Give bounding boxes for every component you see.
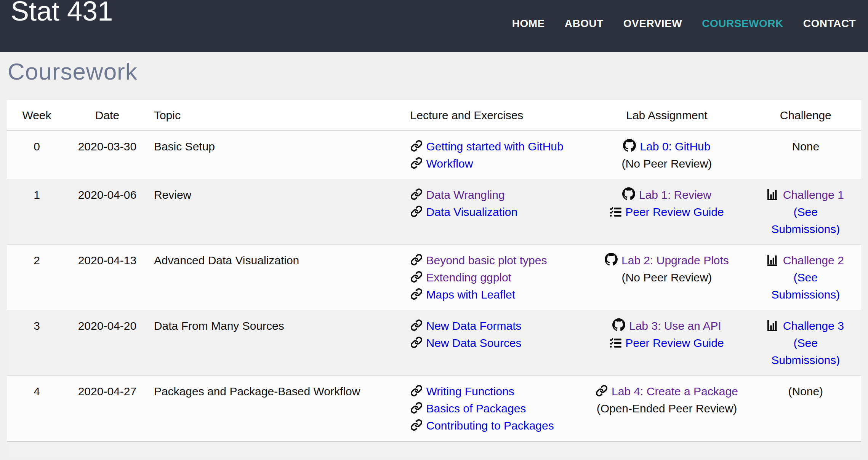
col-header-challenge: Challenge <box>750 100 861 131</box>
bar-chart-icon <box>767 319 779 331</box>
challenge-cell: Challenge 3(See Submissions) <box>750 310 861 376</box>
cell-text <box>7 442 861 458</box>
cell-link[interactable]: Getting started with GitHub <box>426 140 564 153</box>
cell-link[interactable]: Contributing to Packages <box>426 419 554 432</box>
nav-link-about[interactable]: ABOUT <box>565 18 604 30</box>
cell-line: Lab 1: Review <box>589 186 744 203</box>
link-icon <box>410 205 423 217</box>
coursework-table: Week Date Topic Lecture and Exercises La… <box>7 100 861 458</box>
cell-link[interactable]: Data Visualization <box>426 206 518 218</box>
cell-line: Lab 2: Upgrade Plots <box>589 252 744 269</box>
cell-text: None <box>792 140 819 153</box>
table-row: 12020-04-06ReviewData WranglingData Visu… <box>7 179 861 245</box>
cell-text: (No Peer Review) <box>622 157 712 170</box>
nav-link-home[interactable]: HOME <box>512 18 545 30</box>
table-row: 42020-04-27Packages and Package-Based Wo… <box>7 376 861 442</box>
cell-link[interactable]: Workflow <box>426 157 473 170</box>
nav-link-coursework[interactable]: COURSEWORK <box>702 18 783 30</box>
cell-line: New Data Formats <box>410 317 578 334</box>
cell-link[interactable]: Challenge 1 <box>783 188 844 201</box>
col-header-week: Week <box>7 100 67 131</box>
cell-link[interactable]: Lab 3: Use an API <box>629 319 721 332</box>
cell-line: Writing Functions <box>410 383 578 400</box>
cell-link[interactable]: Beyond basic plot types <box>426 254 547 267</box>
week-cell: 3 <box>7 310 67 376</box>
date-cell: 2020-03-30 <box>67 131 148 179</box>
github-icon <box>623 139 636 152</box>
link-icon <box>410 157 423 169</box>
cell-link[interactable]: (See Submissions) <box>769 203 842 238</box>
lecture-cell: Writing FunctionsBasics of PackagesContr… <box>404 376 584 442</box>
cell-line: Basics of Packages <box>410 400 578 417</box>
github-icon <box>622 187 635 200</box>
link-icon <box>410 319 423 331</box>
col-header-lab: Lab Assignment <box>583 100 750 131</box>
cell-line: Data Visualization <box>410 203 578 220</box>
challenge-cell: Challenge 2(See Submissions) <box>750 245 861 310</box>
col-header-topic: Topic <box>148 100 404 131</box>
cell-line: Extending ggplot <box>410 269 578 286</box>
cell-link[interactable]: Peer Review Guide <box>625 337 724 349</box>
nav-link-contact[interactable]: CONTACT <box>803 18 856 30</box>
cell-link[interactable]: Basics of Packages <box>426 402 526 415</box>
link-icon <box>410 254 423 266</box>
bar-chart-icon <box>767 254 779 266</box>
date-cell: 2020-04-13 <box>67 245 148 310</box>
cell-link[interactable]: Lab 0: GitHub <box>640 140 710 153</box>
cell-link[interactable]: Lab 4: Create a Package <box>612 385 738 398</box>
cell-line: Getting started with GitHub <box>410 138 578 155</box>
cell-line: Lab 4: Create a Package <box>589 383 744 400</box>
checklist-icon <box>610 207 621 217</box>
lecture-cell: Getting started with GitHubWorkflow <box>404 131 584 179</box>
github-icon <box>612 318 625 331</box>
cell-link[interactable]: Challenge 3 <box>783 319 844 332</box>
cell-line: (No Peer Review) <box>589 269 744 286</box>
cell-line: (None) <box>756 383 855 400</box>
cell-link[interactable]: New Data Formats <box>426 319 522 332</box>
challenge-cell: (None) <box>750 376 861 442</box>
cell-line: Challenge 3 <box>756 317 855 334</box>
date-cell: 2020-04-27 <box>67 376 148 442</box>
cell-link[interactable]: (See Submissions) <box>769 334 842 369</box>
cell-line: Contributing to Packages <box>410 417 578 434</box>
table-row <box>7 442 861 458</box>
cell-link[interactable]: Peer Review Guide <box>625 206 724 218</box>
cell-line: Data Wrangling <box>410 186 578 203</box>
coursework-table-wrap: Week Date Topic Lecture and Exercises La… <box>7 100 861 458</box>
cell-line: Lab 3: Use an API <box>589 317 744 334</box>
link-icon <box>410 140 423 152</box>
cell-line: Maps with Leaflet <box>410 286 578 303</box>
link-icon <box>410 385 423 397</box>
cell-line: Challenge 1 <box>756 186 855 203</box>
cell-link[interactable]: Extending ggplot <box>426 271 512 284</box>
cell-link[interactable]: New Data Sources <box>426 337 522 349</box>
cell-line: (No Peer Review) <box>589 155 744 172</box>
topic-cell: Advanced Data Visualization <box>148 245 404 310</box>
cell-link[interactable]: Writing Functions <box>426 385 514 398</box>
nav-link-overview[interactable]: OVERVIEW <box>623 18 682 30</box>
week-cell: 4 <box>7 376 67 442</box>
nav-links: HOME ABOUT OVERVIEW COURSEWORK CONTACT <box>512 18 856 30</box>
brand-title[interactable]: Stat 431 <box>11 0 113 26</box>
col-header-lecture: Lecture and Exercises <box>404 100 584 131</box>
date-cell: 2020-04-20 <box>67 310 148 376</box>
cell-link[interactable]: (See Submissions) <box>769 269 842 303</box>
challenge-cell: Challenge 1(See Submissions) <box>750 179 861 245</box>
cell-line: Workflow <box>410 155 578 172</box>
link-icon <box>410 336 423 348</box>
week-cell: 2 <box>7 245 67 310</box>
lab-cell: Lab 4: Create a Package(Open-Ended Peer … <box>583 376 750 442</box>
cell-line: Beyond basic plot types <box>410 252 578 269</box>
lab-cell: Lab 1: ReviewPeer Review Guide <box>583 179 750 245</box>
cell-link[interactable]: Challenge 2 <box>783 254 844 267</box>
cell-link[interactable]: Data Wrangling <box>426 188 505 201</box>
lab-cell: Lab 3: Use an APIPeer Review Guide <box>583 310 750 376</box>
github-icon <box>605 253 618 266</box>
link-icon <box>410 402 423 414</box>
cell-link[interactable]: Maps with Leaflet <box>426 288 515 301</box>
lab-cell: Lab 2: Upgrade Plots(No Peer Review) <box>583 245 750 310</box>
cell-link[interactable]: Lab 1: Review <box>639 188 711 201</box>
cell-link[interactable]: Lab 2: Upgrade Plots <box>621 254 729 267</box>
coursework-table-body: 02020-03-30Basic SetupGetting started wi… <box>7 131 861 458</box>
topic-cell: Review <box>148 179 404 245</box>
